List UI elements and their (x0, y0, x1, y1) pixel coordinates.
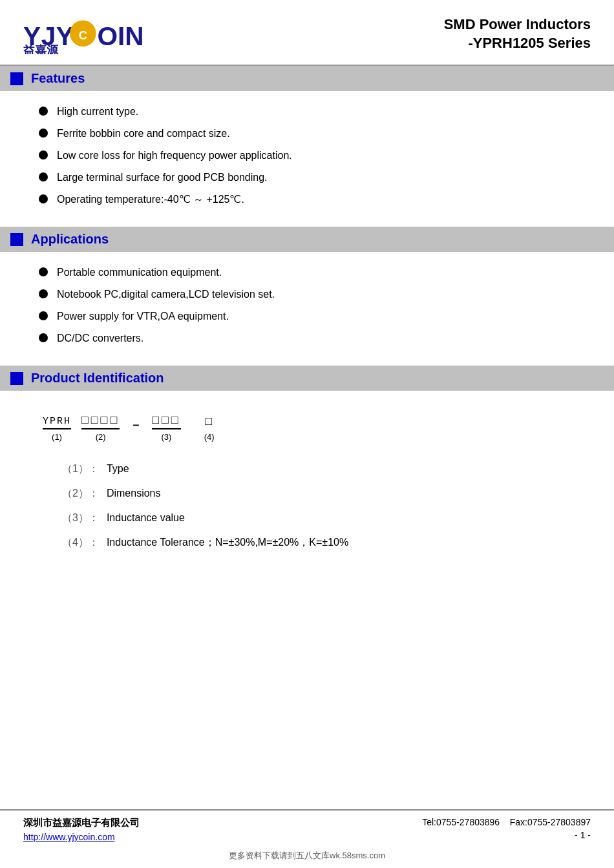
footer: 深圳市益嘉源电子有限公司 http://www.yjycoin.com Tel:… (0, 809, 614, 846)
bullet-dot (39, 267, 48, 276)
feature-text-3: Low core loss for high frequency power a… (57, 148, 292, 163)
product-id-content: YPRH (1) □□□□ (2) － □□□ (3) □ (4) (0, 391, 614, 576)
feature-text-5: Operating temperature:-40℃ ～ +125℃. (57, 192, 244, 207)
footer-right: Tel:0755-27803896 Fax:0755-27803897 - 1 … (422, 817, 591, 840)
app-text-1: Portable communication equipment. (57, 265, 222, 280)
app-text-3: Power supply for VTR,OA equipment. (57, 309, 229, 324)
pn-separator: － (130, 417, 142, 433)
pn-group-2: □□□□ (2) (81, 414, 120, 442)
bullet-dot (39, 107, 48, 116)
footer-left: 深圳市益嘉源电子有限公司 http://www.yjycoin.com (23, 817, 140, 842)
header: Y J Y C OIN 益嘉源 SMD Power Inductors -YPR… (0, 0, 614, 66)
app-text-2: Notebook PC,digital camera,LCD televisio… (57, 287, 275, 302)
desc-colon-1: ： (89, 461, 99, 477)
pn-part3-boxes: □□□ (152, 414, 180, 429)
fax: Fax:0755-27803897 (510, 817, 591, 827)
website-link[interactable]: http://www.yjycoin.com (23, 832, 140, 842)
page: Y J Y C OIN 益嘉源 SMD Power Inductors -YPR… (0, 0, 614, 868)
applications-section: Applications Portable communication equi… (0, 227, 614, 359)
list-item: Notebook PC,digital camera,LCD televisio… (39, 287, 591, 302)
desc-label-2: Dimensions (107, 486, 161, 501)
pn-part2-num: (2) (96, 432, 106, 442)
bullet-dot (39, 289, 48, 298)
pn-part4-num: (4) (204, 432, 215, 442)
company-logo: Y J Y C OIN 益嘉源 (23, 16, 154, 54)
bullet-dot (39, 194, 48, 203)
pn-group-1: YPRH (1) (43, 416, 71, 442)
pn-part1-text: YPRH (43, 416, 71, 429)
desc-item-3: （3） ： Inductance value (62, 510, 567, 526)
logo-area: Y J Y C OIN 益嘉源 (23, 16, 154, 54)
part-number-diagram: YPRH (1) □□□□ (2) － □□□ (3) □ (4) (43, 414, 591, 442)
features-header-bar: Features (0, 66, 614, 91)
feature-text-4: Large terminal surface for good PCB bond… (57, 170, 268, 185)
features-section: Features High current type. Ferrite bobb… (0, 66, 614, 220)
pn-group-4: □ (4) (204, 415, 215, 442)
pn-part2-boxes: □□□□ (81, 414, 120, 429)
desc-item-1: （1） ： Type (62, 461, 567, 477)
desc-item-2: （2） ： Dimensions (62, 486, 567, 501)
desc-colon-4: ： (89, 535, 99, 550)
desc-label-3: Inductance value (107, 510, 185, 526)
product-id-desc-list: （1） ： Type （2） ： Dimensions （3） ： Induct… (23, 461, 591, 566)
bullet-dot (39, 311, 48, 320)
desc-num-3: （3） (62, 510, 89, 526)
svg-text:OIN: OIN (97, 21, 143, 51)
spacer (0, 583, 614, 809)
applications-title: Applications (31, 232, 109, 247)
bullet-dot (39, 150, 48, 160)
list-item: Power supply for VTR,OA equipment. (39, 309, 591, 324)
feature-text-1: High current type. (57, 104, 138, 119)
desc-colon-3: ： (89, 510, 99, 526)
list-item: Large terminal surface for good PCB bond… (39, 170, 591, 185)
list-item: DC/DC converters. (39, 331, 591, 346)
desc-num-2: （2） (62, 486, 89, 501)
features-icon (10, 72, 23, 85)
features-title: Features (31, 71, 85, 86)
list-item: Low core loss for high frequency power a… (39, 148, 591, 163)
pn-part4-box: □ (205, 415, 213, 429)
svg-text:益嘉源: 益嘉源 (23, 44, 59, 54)
tel: Tel:0755-27803896 (422, 817, 500, 827)
footer-watermark: 更多资料下载请到五八文库wk.58sms.com (0, 846, 614, 868)
applications-list: Portable communication equipment. Notebo… (0, 252, 614, 359)
svg-text:C: C (79, 28, 87, 42)
list-item: High current type. (39, 104, 591, 119)
applications-header-bar: Applications (0, 227, 614, 252)
product-title: SMD Power Inductors -YPRH1205 Series (444, 16, 591, 52)
product-id-icon (10, 372, 23, 385)
bullet-dot (39, 129, 48, 138)
desc-num-1: （1） (62, 461, 89, 477)
app-text-4: DC/DC converters. (57, 331, 143, 346)
contact-info: Tel:0755-27803896 Fax:0755-27803897 (422, 817, 591, 827)
desc-colon-2: ： (89, 486, 99, 501)
product-id-title: Product Identification (31, 371, 164, 386)
desc-item-4: （4） ： Inductance Tolerance；N=±30%,M=±20%… (62, 535, 567, 550)
applications-icon (10, 233, 23, 246)
pn-group-3: □□□ (3) (152, 414, 180, 442)
bullet-dot (39, 333, 48, 342)
list-item: Operating temperature:-40℃ ～ +125℃. (39, 192, 591, 207)
pn-part1-num: (1) (52, 432, 62, 442)
desc-num-4: （4） (62, 535, 89, 550)
desc-label-4: Inductance Tolerance；N=±30%,M=±20%，K=±10… (107, 535, 348, 550)
features-list: High current type. Ferrite bobbin core a… (0, 91, 614, 220)
product-id-header-bar: Product Identification (0, 366, 614, 391)
list-item: Portable communication equipment. (39, 265, 591, 280)
bullet-dot (39, 172, 48, 181)
title-area: SMD Power Inductors -YPRH1205 Series (444, 16, 591, 52)
product-id-section: Product Identification YPRH (1) □□□□ (2)… (0, 366, 614, 576)
page-number: - 1 - (422, 830, 591, 840)
desc-label-1: Type (107, 461, 129, 477)
company-name: 深圳市益嘉源电子有限公司 (23, 817, 140, 829)
pn-part3-num: (3) (161, 432, 171, 442)
list-item: Ferrite bobbin core and compact size. (39, 126, 591, 141)
feature-text-2: Ferrite bobbin core and compact size. (57, 126, 230, 141)
